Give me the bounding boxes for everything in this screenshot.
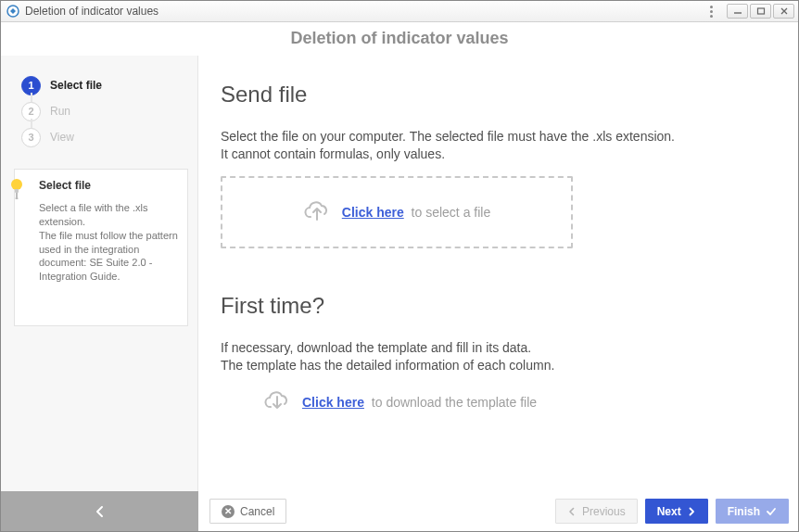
collapse-sidebar-button[interactable] — [1, 491, 198, 531]
select-file-link[interactable]: Click here — [342, 205, 404, 220]
send-file-heading: Send file — [221, 82, 767, 108]
step-select-file[interactable]: 1 Select file — [21, 72, 188, 98]
check-icon — [766, 507, 777, 516]
download-template-link[interactable]: Click here — [302, 395, 364, 410]
titlebar: Deletion of indicator values — [1, 1, 798, 22]
svg-point-6 — [16, 197, 19, 200]
svg-rect-2 — [757, 8, 764, 14]
wizard-steps: 1 Select file 2 Run 3 View — [21, 72, 188, 150]
tip-body: Select a file with the .xls extension. T… — [39, 201, 178, 284]
step-label: Select file — [50, 79, 102, 92]
svg-rect-4 — [15, 189, 19, 193]
chevron-left-icon — [94, 505, 107, 518]
page-header: Deletion of indicator values — [1, 22, 798, 56]
next-button[interactable]: Next — [645, 499, 708, 524]
upload-cloud-icon — [303, 201, 331, 223]
download-template-suffix: to download the template file — [368, 395, 537, 410]
page-title: Deletion of indicator values — [290, 29, 508, 48]
svg-point-3 — [11, 179, 22, 190]
step-label: View — [50, 131, 74, 144]
step-view[interactable]: 3 View — [21, 124, 188, 150]
step-badge: 3 — [21, 128, 41, 147]
close-button[interactable] — [773, 4, 794, 19]
chevron-left-icon — [567, 507, 577, 516]
footer-bar: ✕ Cancel Previous Next Finish — [1, 491, 798, 531]
chevron-right-icon — [687, 507, 696, 516]
minimize-button[interactable] — [727, 4, 748, 19]
step-run[interactable]: 2 Run — [21, 98, 188, 124]
maximize-button[interactable] — [750, 4, 771, 19]
finish-button[interactable]: Finish — [716, 499, 789, 524]
select-file-suffix: to select a file — [408, 205, 491, 220]
download-cloud-icon — [263, 391, 291, 413]
previous-button[interactable]: Previous — [555, 499, 638, 524]
app-icon — [6, 5, 19, 18]
step-label: Run — [50, 105, 70, 118]
main-content: Send file Select the file on your comput… — [198, 56, 798, 491]
first-time-description: If necessary, download the template and … — [221, 339, 767, 374]
cancel-icon: ✕ — [222, 505, 235, 518]
first-time-heading: First time? — [221, 293, 767, 319]
window-title: Deletion of indicator values — [25, 5, 159, 18]
tip-title: Select file — [39, 179, 178, 192]
cancel-button[interactable]: ✕ Cancel — [209, 499, 286, 524]
wizard-sidebar: 1 Select file 2 Run 3 View — [1, 56, 198, 491]
tip-card: Select file Select a file with the .xls … — [14, 169, 188, 326]
download-template-row: Click here to download the template file — [263, 391, 767, 413]
lightbulb-icon — [8, 177, 25, 194]
kebab-menu-icon[interactable] — [703, 3, 719, 19]
file-dropzone[interactable]: Click here to select a file — [221, 176, 573, 248]
send-file-description: Select the file on your computer. The se… — [221, 128, 767, 163]
